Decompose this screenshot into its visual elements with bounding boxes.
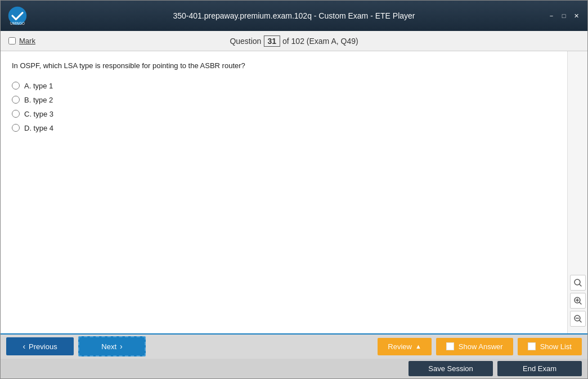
end-exam-label: End Exam (523, 364, 556, 373)
review-label: Review (388, 342, 412, 351)
previous-label: Previous (29, 342, 57, 351)
svg-line-5 (579, 302, 581, 305)
logo: UMINGO (7, 6, 28, 26)
radio-c[interactable] (12, 110, 20, 118)
minimize-button[interactable]: − (547, 12, 556, 20)
option-d-label: D. type 4 (24, 124, 53, 132)
previous-button[interactable]: ‹ Previous (6, 337, 74, 355)
question-total: of 102 (Exam A, Q49) (282, 37, 358, 46)
option-d[interactable]: D. type 4 (12, 124, 556, 132)
radio-d[interactable] (12, 124, 20, 132)
title-bar: UMINGO 350-401.prepaway.premium.exam.102… (1, 1, 587, 31)
option-c-label: C. type 3 (24, 110, 53, 118)
chevron-up-icon: ▲ (415, 343, 421, 350)
svg-line-9 (579, 320, 581, 323)
window-controls: − □ ✕ (547, 12, 581, 20)
option-c[interactable]: C. type 3 (12, 110, 556, 118)
zoom-in-icon[interactable] (570, 293, 586, 309)
chevron-right-icon: › (120, 342, 123, 351)
end-exam-button[interactable]: End Exam (497, 361, 582, 376)
review-button[interactable]: Review ▲ (378, 338, 432, 355)
option-b[interactable]: B. type 2 (12, 96, 556, 104)
main-content: In OSPF, which LSA type is responsible f… (1, 51, 587, 333)
mark-checkbox-input[interactable] (8, 37, 16, 44)
close-button[interactable]: ✕ (572, 12, 581, 20)
show-answer-label: Show Answer (459, 342, 503, 351)
search-icon[interactable] (570, 275, 586, 291)
question-text: In OSPF, which LSA type is responsible f… (12, 60, 556, 72)
question-area: In OSPF, which LSA type is responsible f… (1, 51, 567, 333)
question-number: 31 (263, 35, 280, 47)
option-a[interactable]: A. type 1 (12, 82, 556, 90)
next-label: Next (101, 342, 116, 351)
maximize-button[interactable]: □ (559, 12, 568, 20)
next-button[interactable]: Next › (78, 336, 146, 356)
nav-buttons-row: ‹ Previous Next › Review ▲ Show Answer S… (1, 335, 587, 359)
session-buttons-row: Save Session End Exam (1, 359, 587, 378)
option-b-label: B. type 2 (24, 96, 53, 104)
option-a-label: A. type 1 (24, 82, 53, 90)
zoom-out-icon[interactable] (570, 311, 586, 327)
window-title: 350-401.prepaway.premium.exam.102q - Cus… (173, 11, 415, 20)
radio-b[interactable] (12, 96, 20, 104)
mark-checkbox-label[interactable]: Mark (8, 37, 35, 45)
question-label: Question (230, 37, 261, 46)
app-window: UMINGO 350-401.prepaway.premium.exam.102… (0, 0, 588, 379)
show-answer-checkbox (446, 342, 454, 350)
radio-a[interactable] (12, 82, 20, 90)
svg-line-3 (579, 284, 581, 287)
chevron-left-icon: ‹ (23, 342, 25, 351)
mark-label: Mark (19, 37, 35, 45)
answer-options: A. type 1 B. type 2 C. type 3 D. type 4 (12, 82, 556, 132)
save-session-label: Save Session (428, 364, 473, 373)
svg-text:UMINGO: UMINGO (10, 21, 25, 25)
question-info: Question 31 of 102 (Exam A, Q49) (230, 35, 358, 47)
show-list-label: Show List (540, 342, 572, 351)
show-list-button[interactable]: Show List (518, 338, 582, 355)
bottom-bar: ‹ Previous Next › Review ▲ Show Answer S… (1, 333, 587, 378)
show-list-checkbox (528, 342, 536, 350)
save-session-button[interactable]: Save Session (409, 361, 493, 376)
right-sidebar (567, 51, 587, 333)
show-answer-button[interactable]: Show Answer (436, 338, 513, 355)
toolbar: Mark Question 31 of 102 (Exam A, Q49) (1, 31, 587, 51)
